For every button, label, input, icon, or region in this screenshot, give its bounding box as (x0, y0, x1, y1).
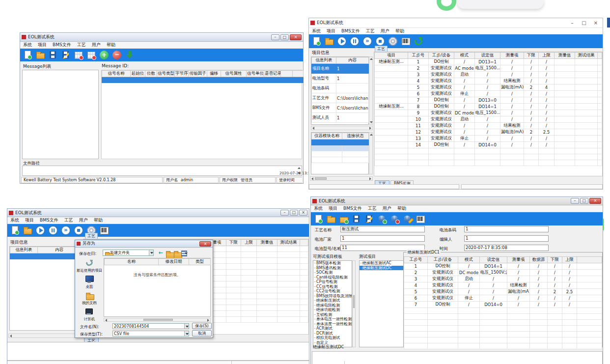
table-row[interactable] (404, 320, 602, 326)
battery-maker-field[interactable]: 1 (340, 235, 425, 242)
column-header[interactable]: 项目 (375, 53, 408, 59)
table-row[interactable]: 3安规测试仪启动///// (404, 276, 602, 282)
column-header[interactable]: 传输因子 (189, 71, 207, 77)
dropdown-arrow-icon[interactable] (149, 250, 153, 255)
column-header[interactable]: 信号类型 (157, 71, 175, 77)
minimize-button[interactable] (567, 19, 578, 27)
back-icon[interactable] (157, 250, 164, 256)
grid-remove-icon[interactable] (86, 50, 96, 60)
views-icon[interactable] (181, 250, 188, 256)
column-header[interactable] (300, 240, 308, 246)
table-row[interactable] (312, 151, 369, 157)
table-row[interactable]: 2安规测试仪AC mode电压_1500.../// (375, 65, 602, 72)
table-row[interactable] (404, 308, 602, 314)
place-item[interactable]: 计算机 (76, 308, 103, 321)
list-item[interactable]: 绝缘电阻检测 (313, 303, 352, 308)
scroll-left-icon[interactable] (105, 319, 107, 322)
close-button[interactable] (590, 19, 601, 27)
column-header[interactable]: 测量值 (257, 240, 277, 246)
new-file-icon[interactable] (23, 50, 32, 60)
table-row[interactable]: 4安规测试仪//结果检测// (375, 78, 602, 84)
file-list[interactable]: 名称修改日期类型 没有与搜索条件匹配的项。 (104, 258, 211, 317)
menu-item[interactable]: 帮助 (397, 205, 406, 212)
menu-item[interactable]: 项目 (38, 42, 47, 48)
dialog-close-button[interactable] (199, 241, 211, 247)
place-item[interactable]: 最近使用的项目 (76, 259, 103, 273)
column-header[interactable]: 仪器模块名称 (312, 133, 342, 140)
menu-item[interactable]: 用户 (381, 28, 389, 34)
menu-item[interactable]: 工艺 (77, 42, 86, 48)
add-folder-icon[interactable] (339, 214, 349, 224)
maximize-button[interactable] (280, 34, 289, 40)
table-row[interactable] (312, 157, 369, 163)
column-header[interactable]: 是否记录 (264, 71, 281, 77)
table-row[interactable] (404, 332, 602, 337)
scroll-right-icon[interactable] (369, 127, 371, 130)
dialog-titlebar[interactable]: 另存为 (75, 240, 213, 248)
table-row[interactable]: 5安规测试仪//漏电流(mA)24 (375, 84, 602, 91)
column-header[interactable]: 测试结果 (277, 240, 300, 246)
column-header[interactable]: 偏移 (207, 71, 221, 77)
column-header[interactable]: 工步号 (404, 257, 428, 263)
table-row[interactable]: 7DO控制/DO13=0/// (375, 97, 602, 104)
table-row[interactable] (404, 326, 602, 332)
column-header[interactable]: 连接状态 (342, 133, 369, 140)
table-row[interactable]: BMS文件C:\Users\lichangjiang\Desktop\ (312, 103, 369, 113)
column-header[interactable]: 类型 (189, 259, 211, 265)
table-row[interactable]: 14DO控制/DO14=0/// (375, 142, 602, 148)
column-header[interactable] (577, 257, 602, 263)
titlebar[interactable]: EOL测试系统 (309, 18, 603, 28)
menu-item[interactable]: 帮助 (395, 28, 404, 34)
scroll-up-icon[interactable] (370, 134, 373, 136)
column-header[interactable]: 模式 (458, 257, 480, 263)
barcode-icon[interactable] (99, 225, 109, 235)
filetype-combo[interactable]: CSV file (112, 331, 189, 336)
place-item[interactable]: 我的文档 (76, 291, 103, 305)
scroll-up-icon[interactable] (370, 58, 373, 60)
list-item[interactable]: 互锁检测 (313, 312, 352, 317)
titlebar[interactable]: EOL测试系统 (20, 33, 303, 42)
message-list-box[interactable] (22, 70, 99, 159)
table-row[interactable]: 3安规测试仪启动//// (375, 72, 602, 78)
new-file-icon[interactable] (10, 225, 20, 235)
column-header[interactable]: 下限 (226, 240, 241, 246)
menu-item[interactable]: 项目 (25, 217, 34, 224)
column-header[interactable] (598, 53, 602, 59)
menu-item[interactable]: 系统 (312, 28, 321, 34)
column-header[interactable]: 下限 (548, 257, 562, 263)
list-vscrollbar[interactable] (352, 260, 356, 347)
disc-icon[interactable] (388, 36, 398, 46)
close-button[interactable] (589, 198, 601, 204)
menu-item[interactable]: BMS文件 (40, 217, 58, 224)
stop-icon[interactable] (375, 36, 385, 46)
save-icon[interactable] (48, 50, 58, 60)
list-item[interactable]: ACR测试 (313, 326, 352, 331)
column-header[interactable]: 修改日期 (159, 259, 189, 265)
menu-item[interactable]: 项目 (329, 205, 337, 212)
list-hscrollbar[interactable] (104, 318, 211, 322)
table-row[interactable] (404, 343, 602, 349)
new-file-icon[interactable] (311, 36, 321, 46)
table-row[interactable]: 5安规测试仪//漏电流(mA)/22.5 (404, 289, 602, 295)
column-header[interactable]: 信号单位 (247, 71, 264, 77)
column-header[interactable]: 测量项 (507, 257, 530, 263)
minimize-button[interactable] (571, 198, 579, 204)
module-vscrollbar[interactable] (369, 132, 373, 174)
table-row[interactable] (375, 154, 602, 160)
panel-hscrollbar[interactable] (310, 176, 373, 181)
column-header[interactable] (293, 71, 304, 77)
list-item[interactable]: 单体温度一致性检测 (313, 322, 352, 327)
table-row[interactable] (375, 160, 602, 166)
table-row[interactable]: 项目名称1 (312, 64, 369, 74)
column-header[interactable]: 信号名称 (102, 71, 131, 77)
open-folder-icon[interactable] (35, 50, 45, 60)
new-folder-icon[interactable] (173, 250, 180, 256)
time-field[interactable]: 2020-07-17 8:35:08 (464, 245, 549, 251)
db-add-icon[interactable] (377, 214, 387, 224)
menu-item[interactable]: 系统 (314, 205, 323, 212)
process-caption-tab[interactable]: 工艺 (85, 233, 98, 239)
open-folder-icon[interactable] (324, 36, 334, 46)
menu-item[interactable]: 用户 (79, 217, 88, 224)
save-in-combo[interactable]: 新建文件夹 (103, 250, 154, 256)
column-header[interactable]: 设定值 (475, 53, 500, 59)
